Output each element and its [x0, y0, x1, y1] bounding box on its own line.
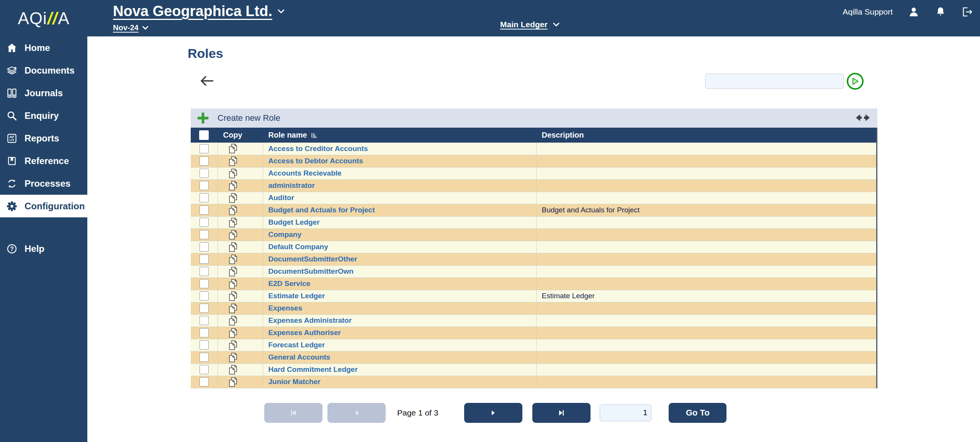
copy-role-button[interactable]	[228, 266, 238, 277]
role-name-link[interactable]: Estimate Ledger	[268, 292, 325, 300]
column-header-role-name[interactable]: Role name	[263, 128, 536, 143]
row-checkbox[interactable]	[200, 242, 209, 251]
go-to-page-button[interactable]: Go To	[669, 403, 726, 423]
row-checkbox[interactable]	[200, 328, 209, 337]
row-checkbox[interactable]	[200, 193, 209, 202]
resize-horizontal-icon	[855, 113, 870, 123]
row-checkbox[interactable]	[200, 205, 209, 215]
role-name-link[interactable]: Default Company	[268, 243, 328, 251]
copy-role-button[interactable]	[228, 168, 238, 179]
copy-role-button[interactable]	[228, 278, 238, 289]
resize-columns-button[interactable]	[855, 113, 870, 124]
table-row: Forecast Ledger	[191, 339, 877, 351]
play-icon	[851, 77, 860, 86]
role-name-link[interactable]: Expenses	[268, 304, 303, 312]
row-checkbox[interactable]	[200, 304, 209, 313]
period-selector[interactable]: Nov-24	[113, 23, 285, 32]
copy-role-button[interactable]	[228, 180, 238, 191]
first-page-icon	[290, 409, 297, 417]
create-new-role-button[interactable]: Create new Role	[196, 111, 280, 125]
row-checkbox[interactable]	[200, 340, 209, 350]
select-all-checkbox[interactable]	[199, 130, 209, 140]
copy-role-button[interactable]	[228, 327, 238, 338]
copy-role-button[interactable]	[228, 205, 238, 216]
sidebar-item-journals[interactable]: Journals	[0, 82, 87, 104]
copy-role-button[interactable]	[228, 315, 238, 326]
ledger-name[interactable]: Main Ledger	[500, 20, 548, 29]
user-profile-button[interactable]	[907, 5, 920, 18]
row-checkbox[interactable]	[200, 181, 209, 190]
back-button[interactable]	[199, 74, 214, 89]
sidebar-item-reports[interactable]: Reports	[0, 127, 87, 150]
role-name-link[interactable]: administrator	[268, 181, 315, 189]
row-checkbox[interactable]	[200, 144, 209, 153]
sidebar-item-reference[interactable]: Reference	[0, 150, 87, 172]
copy-role-button[interactable]	[228, 242, 238, 253]
sidebar-item-home[interactable]: Home	[0, 36, 87, 59]
period-name[interactable]: Nov-24	[113, 23, 139, 32]
previous-page-button[interactable]	[327, 403, 386, 423]
role-name-link[interactable]: Accounts Recievable	[268, 169, 342, 177]
row-checkbox[interactable]	[200, 279, 209, 288]
copy-role-button[interactable]	[228, 229, 238, 240]
first-page-button[interactable]	[264, 403, 322, 423]
role-name-link[interactable]: General Accounts	[268, 353, 330, 361]
next-page-button[interactable]	[464, 403, 522, 423]
search-input[interactable]	[705, 74, 844, 89]
role-name-link[interactable]: E2D Service	[268, 279, 311, 288]
row-checkbox[interactable]	[200, 230, 209, 239]
ledger-selector[interactable]: Main Ledger	[500, 20, 560, 29]
sidebar-item-label: Configuration	[25, 201, 85, 212]
copy-role-button[interactable]	[228, 352, 238, 363]
copy-role-button[interactable]	[228, 376, 238, 388]
copy-role-button[interactable]	[228, 291, 238, 302]
sidebar-item-enquiry[interactable]: Enquiry	[0, 104, 87, 127]
role-name-link[interactable]: Expenses Administrator	[268, 316, 352, 324]
copy-role-button[interactable]	[228, 156, 238, 167]
copy-role-button[interactable]	[228, 340, 238, 351]
last-page-button[interactable]	[532, 403, 591, 423]
row-checkbox[interactable]	[200, 353, 209, 362]
sidebar-item-documents[interactable]: Documents	[0, 59, 87, 82]
role-name-link[interactable]: Access to Creditor Accounts	[268, 145, 368, 153]
role-name-link[interactable]: Hard Commitment Ledger	[268, 365, 358, 373]
copy-icon	[228, 291, 238, 302]
row-checkbox[interactable]	[200, 377, 209, 386]
role-name-link[interactable]: DocumentSubmitterOwn	[268, 267, 354, 275]
row-checkbox[interactable]	[200, 316, 209, 325]
copy-role-button[interactable]	[228, 364, 238, 375]
search-run-button[interactable]	[847, 73, 864, 90]
company-name[interactable]: Nova Geographica Ltd.	[113, 3, 272, 20]
row-checkbox[interactable]	[200, 218, 209, 227]
page-number-input[interactable]	[600, 404, 651, 421]
row-checkbox[interactable]	[200, 365, 209, 374]
sidebar-item-processes[interactable]: Processes	[0, 172, 87, 195]
copy-role-button[interactable]	[228, 254, 238, 265]
notifications-button[interactable]	[935, 6, 946, 18]
sidebar-item-help[interactable]: ? Help	[0, 237, 87, 260]
sidebar-item-configuration[interactable]: Configuration	[0, 195, 87, 217]
role-name-link[interactable]: Budget Ledger	[268, 218, 320, 226]
company-selector[interactable]: Nova Geographica Ltd.	[113, 3, 285, 20]
role-name-link[interactable]: Company	[268, 230, 302, 238]
row-checkbox[interactable]	[200, 267, 209, 276]
copy-role-button[interactable]	[228, 217, 238, 228]
role-name-link[interactable]: Budget and Actuals for Project	[268, 206, 375, 214]
row-checkbox[interactable]	[200, 156, 209, 166]
row-checkbox[interactable]	[200, 255, 209, 264]
row-checkbox[interactable]	[200, 169, 209, 178]
copy-role-button[interactable]	[228, 143, 238, 154]
role-name-link[interactable]: Access to Debtor Accounts	[268, 157, 363, 165]
role-name-link[interactable]: Auditor	[268, 194, 294, 202]
column-header-copy[interactable]: Copy	[218, 128, 263, 143]
role-name-link[interactable]: Junior Matcher	[268, 378, 321, 386]
logout-button[interactable]	[961, 6, 973, 18]
user-name: Aqilla Support	[843, 7, 893, 16]
role-name-link[interactable]: DocumentSubmitterOther	[268, 255, 357, 263]
row-checkbox[interactable]	[200, 291, 209, 301]
copy-role-button[interactable]	[228, 303, 238, 314]
role-name-link[interactable]: Forecast Ledger	[268, 341, 325, 349]
column-header-description[interactable]: Description	[536, 128, 877, 143]
role-name-link[interactable]: Expenses Authoriser	[268, 329, 341, 337]
copy-role-button[interactable]	[228, 192, 238, 204]
